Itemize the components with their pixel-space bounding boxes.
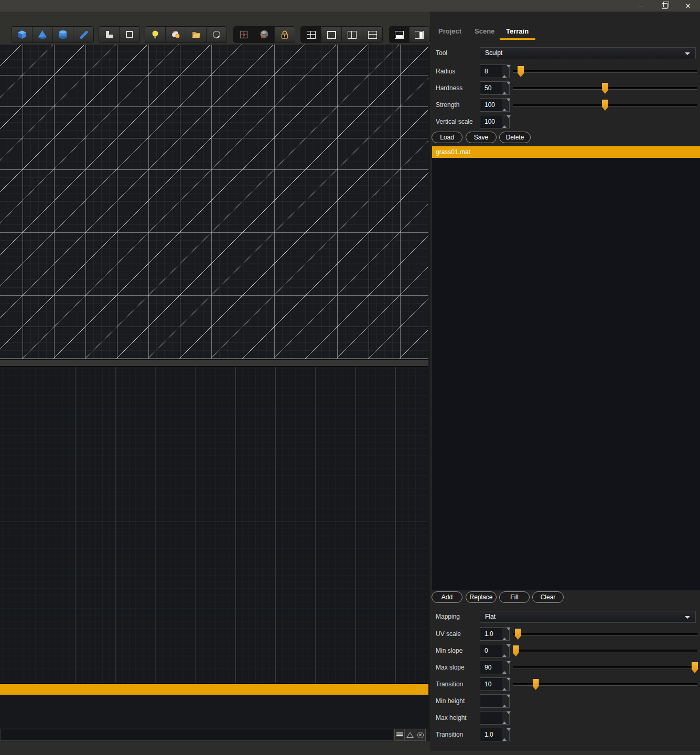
spinner-arrows[interactable] — [502, 99, 509, 111]
fill-button[interactable]: Fill — [499, 591, 530, 603]
radius-slider[interactable] — [513, 70, 697, 73]
spin-up-icon — [502, 84, 507, 94]
viewport-perspective[interactable] — [0, 45, 428, 359]
snap-toggle-button[interactable] — [234, 27, 254, 42]
transition-spinbox[interactable]: 10 — [480, 677, 510, 691]
spin-down-icon — [507, 82, 511, 92]
layout-single-button[interactable] — [321, 27, 342, 42]
load-button[interactable]: Load — [432, 132, 462, 143]
toggle-bottom-panel-button[interactable] — [390, 27, 410, 42]
layout-quad-button[interactable] — [301, 27, 321, 42]
tab-terrain[interactable]: Terrain — [506, 27, 529, 35]
clear-button[interactable]: Clear — [532, 591, 564, 603]
hardness-spinbox[interactable]: 50 — [480, 81, 510, 95]
minimize-button[interactable] — [632, 0, 649, 12]
restore-button[interactable] — [656, 0, 673, 12]
spin-up-icon — [502, 697, 507, 707]
add-button[interactable]: Add — [432, 591, 462, 603]
min-height-spinbox[interactable] — [480, 694, 510, 708]
bottom-list[interactable] — [0, 695, 428, 728]
spinner-arrows[interactable] — [502, 695, 509, 707]
delete-button[interactable]: Delete — [499, 132, 531, 143]
hardness-slider[interactable] — [513, 87, 697, 90]
transition-slider[interactable] — [513, 683, 697, 686]
spinner-arrows[interactable] — [502, 82, 509, 94]
uv-scale-spinbox[interactable]: 1.0 — [480, 627, 510, 641]
layout-quad-icon — [307, 31, 316, 39]
max-height-spinbox[interactable] — [480, 711, 510, 725]
layout-two-pane-icon — [348, 31, 357, 39]
log-filter-messages-button[interactable] — [394, 729, 405, 741]
log-filter-errors-button[interactable]: ✕ — [415, 729, 426, 741]
lock-toggle-button[interactable] — [275, 27, 295, 42]
cone-icon — [37, 29, 48, 40]
hardness-slider-handle[interactable] — [602, 83, 608, 94]
viewport-front[interactable] — [0, 367, 428, 684]
uv-scale-slider-handle[interactable] — [515, 629, 521, 640]
open-folder-button[interactable] — [186, 27, 207, 42]
add-empty-object-button[interactable] — [207, 27, 227, 42]
radius-spinbox[interactable]: 8 — [480, 64, 510, 78]
log-filter-warnings-button[interactable] — [405, 729, 415, 741]
add-cylinder-button[interactable] — [53, 27, 73, 42]
spinner-arrows[interactable] — [502, 65, 509, 78]
add-stairs-button[interactable] — [99, 27, 120, 42]
radius-slider-handle[interactable] — [518, 66, 524, 77]
toggle-right-panel-button[interactable] — [410, 27, 429, 42]
tab-project[interactable]: Project — [438, 27, 461, 35]
viewport-splitter[interactable] — [0, 359, 428, 367]
spinner-arrows[interactable] — [502, 678, 509, 691]
console-input[interactable] — [0, 729, 393, 741]
main-toolbar — [0, 12, 430, 45]
strength-slider-handle[interactable] — [602, 100, 608, 111]
physics-toggle-button[interactable] — [254, 27, 275, 42]
add-plane-button[interactable] — [120, 27, 139, 42]
spinner-arrows[interactable] — [502, 728, 509, 741]
spinner-arrows[interactable] — [502, 644, 509, 657]
tool-label: Tool — [436, 46, 447, 60]
max-slope-slider[interactable] — [513, 666, 697, 669]
min-slope-slider[interactable] — [513, 650, 697, 652]
vertical-scale-spinbox[interactable]: 100 — [480, 115, 510, 128]
folder-icon — [190, 29, 202, 40]
transition-slider-handle[interactable] — [533, 679, 539, 690]
close-icon: ✕ — [685, 3, 691, 9]
replace-button[interactable]: Replace — [466, 591, 497, 603]
save-button[interactable]: Save — [466, 132, 497, 143]
max-slope-spinbox[interactable]: 90 — [480, 661, 510, 674]
uv-scale-slider[interactable] — [513, 633, 697, 635]
min-slope-spinbox[interactable]: 0 — [480, 644, 510, 657]
add-spotlight-button[interactable] — [166, 27, 186, 42]
spinner-arrows[interactable] — [502, 711, 509, 724]
min-slope-value: 0 — [484, 647, 488, 654]
tool-dropdown[interactable]: Sculpt — [480, 47, 696, 59]
material-list-item-selected[interactable]: grass01.mat — [432, 146, 700, 158]
spinner-arrows[interactable] — [502, 628, 509, 640]
close-button[interactable]: ✕ — [680, 0, 696, 12]
spinner-arrows[interactable] — [502, 115, 509, 128]
spin-up-icon — [502, 664, 507, 674]
chevron-down-icon — [685, 616, 690, 619]
bottom-list-selected-row[interactable] — [0, 684, 428, 695]
spinner-arrows[interactable] — [502, 661, 509, 674]
material-list[interactable] — [432, 158, 700, 590]
add-cone-button[interactable] — [33, 27, 53, 42]
add-light-button[interactable] — [145, 27, 166, 42]
layout-three-pane-button[interactable] — [362, 27, 382, 42]
vertical-scale-label: Vertical scale — [436, 115, 473, 128]
layout-two-pane-button[interactable] — [342, 27, 362, 42]
strength-slider[interactable] — [513, 104, 697, 106]
min-slope-label: Min slope — [436, 644, 462, 657]
add-wedge-button[interactable] — [73, 27, 93, 42]
vertical-scale-value: 100 — [484, 118, 495, 125]
toolbar-group-structures — [99, 26, 140, 43]
strength-spinbox[interactable]: 100 — [480, 98, 510, 112]
height-transition-spinbox[interactable]: 1.0 — [480, 728, 510, 741]
transition-value: 10 — [484, 681, 491, 688]
add-cube-button[interactable] — [12, 27, 33, 42]
min-slope-slider-handle[interactable] — [513, 645, 519, 656]
max-slope-slider-handle[interactable] — [692, 662, 698, 673]
title-bar[interactable]: ✕ — [0, 0, 700, 12]
mapping-dropdown[interactable]: Flat — [480, 611, 696, 623]
tab-scene[interactable]: Scene — [475, 27, 494, 35]
